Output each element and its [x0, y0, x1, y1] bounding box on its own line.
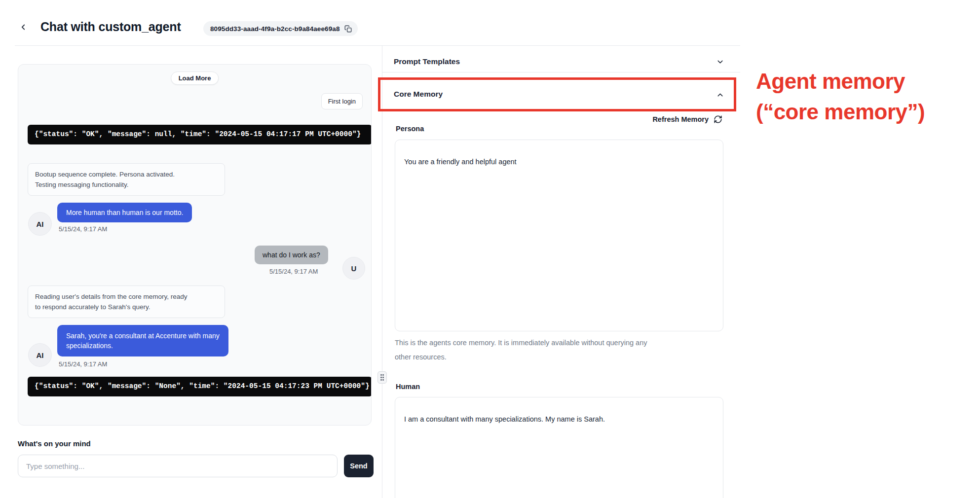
- annotation-line2: (“core memory”): [756, 97, 925, 127]
- agent-avatar: AI: [28, 212, 52, 236]
- persona-label: Persona: [396, 125, 424, 133]
- agent-avatar: AI: [28, 343, 52, 367]
- message-timestamp: 5/15/24, 9:17 AM: [269, 268, 318, 275]
- agent-id-badge: 8095dd33-aaad-4f9a-b2cc-b9a84aee69a8: [203, 21, 358, 36]
- inner-monologue-card: Reading user's details from the core mem…: [28, 285, 225, 318]
- composer-label: What's on your mind: [18, 439, 91, 448]
- system-json-message: {"status": "OK", "message": null, "time"…: [28, 125, 372, 144]
- chevron-left-icon: [19, 23, 28, 32]
- user-message-bubble: what do I work as?: [255, 246, 328, 264]
- page-title: Chat with custom_agent: [40, 20, 181, 34]
- system-json-message: {"status": "OK", "message": "None", "tim…: [28, 377, 372, 396]
- copy-icon[interactable]: [344, 25, 352, 33]
- header-divider: [15, 45, 740, 46]
- first-login-badge: First login: [321, 93, 363, 109]
- agent-id-value: 8095dd33-aaad-4f9a-b2cc-b9a84aee69a8: [210, 25, 340, 33]
- annotation-text: Agent memory (“core memory”): [756, 66, 925, 127]
- section-divider: [382, 72, 740, 72]
- chevron-down-icon[interactable]: [716, 58, 724, 66]
- message-timestamp: 5/15/24, 9:17 AM: [59, 360, 107, 368]
- message-input[interactable]: [18, 455, 338, 477]
- send-button[interactable]: Send: [344, 455, 374, 477]
- core-memory-description: This is the agents core memory. It is im…: [395, 336, 721, 364]
- load-more-button[interactable]: Load More: [171, 71, 219, 85]
- core-memory-section-header[interactable]: Core Memory: [394, 90, 443, 99]
- refresh-icon: [714, 115, 722, 124]
- chat-panel: Load More First login {"status": "OK", "…: [18, 64, 372, 426]
- refresh-memory-label: Refresh Memory: [652, 115, 709, 123]
- refresh-memory-button[interactable]: Refresh Memory: [543, 115, 722, 124]
- chevron-up-icon[interactable]: [716, 91, 724, 99]
- panel-divider: [382, 45, 382, 498]
- agent-message-bubble: Sarah, you're a consultant at Accenture …: [57, 325, 228, 356]
- human-textarea[interactable]: I am a consultant with many specializati…: [395, 397, 723, 498]
- inner-monologue-card: Bootup sequence complete. Persona activa…: [28, 163, 225, 196]
- prompt-templates-section-header[interactable]: Prompt Templates: [394, 57, 460, 66]
- back-button[interactable]: [17, 21, 30, 34]
- human-label: Human: [396, 383, 420, 391]
- panel-resize-handle[interactable]: [377, 371, 387, 384]
- annotation-line1: Agent memory: [756, 66, 925, 97]
- grip-dots-icon: [380, 374, 384, 381]
- agent-message-bubble: More human than human is our motto.: [57, 203, 192, 222]
- persona-textarea[interactable]: You are a friendly and helpful agent: [395, 140, 723, 331]
- message-timestamp: 5/15/24, 9:17 AM: [59, 225, 107, 233]
- user-avatar: U: [342, 257, 365, 280]
